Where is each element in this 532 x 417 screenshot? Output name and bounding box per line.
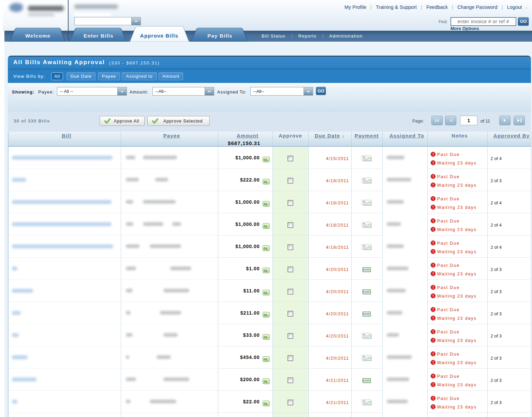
svg-text:ACH: ACH <box>363 313 369 316</box>
svg-text:ACH: ACH <box>363 268 369 271</box>
svg-text:ACH: ACH <box>363 290 369 293</box>
svg-text:ACH: ACH <box>363 379 369 382</box>
